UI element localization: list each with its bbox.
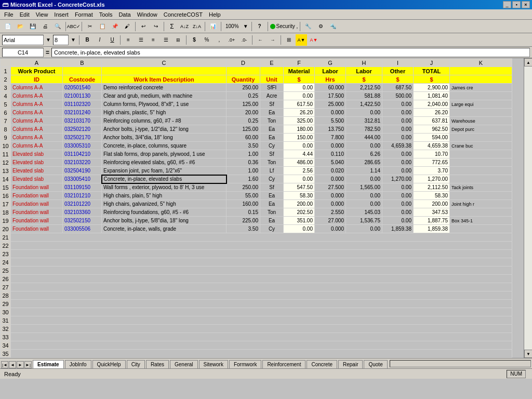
cell-g16[interactable]: 0.000 — [315, 192, 346, 200]
empty-row-29[interactable] — [11, 300, 512, 308]
cell-c19[interactable]: Anchor bolts, j-type, 5/8"dia, 18" long — [102, 217, 227, 225]
col-header-f[interactable]: F — [284, 59, 315, 67]
cell-f10[interactable]: 0.00 — [284, 142, 315, 150]
cell-a5[interactable]: Columns A-A — [11, 100, 63, 109]
cell-a3[interactable]: Columns A-A — [11, 84, 63, 92]
cell-j6[interactable]: 26.20 — [414, 109, 450, 117]
cell-h11[interactable]: 6.26 — [346, 150, 382, 158]
cell-j3[interactable]: 2,900.00 — [414, 84, 450, 92]
align-left-button[interactable]: ≡ — [123, 34, 134, 46]
cell-i19[interactable]: 0.00 — [382, 217, 414, 225]
cell-d12[interactable]: 0.36 — [227, 158, 260, 167]
cell-f12[interactable]: 486.00 — [284, 158, 315, 167]
cell-f4[interactable]: 0.00 — [284, 92, 315, 100]
percent-button[interactable]: % — [201, 34, 212, 46]
font-color-button[interactable]: A▼ — [308, 34, 320, 46]
cell-d13[interactable]: 1.00 — [227, 167, 260, 175]
cell-d14[interactable]: 1.60 — [227, 175, 260, 183]
cell-j20[interactable]: 1,859.38 — [414, 225, 450, 233]
cell-k4[interactable] — [450, 92, 512, 100]
cell-h20[interactable]: 0.00 — [346, 225, 382, 233]
col-header-k[interactable]: K — [450, 59, 512, 67]
col-header-b[interactable]: B — [63, 59, 102, 67]
row-num-2[interactable]: 2 — [1, 75, 11, 84]
cell-k14[interactable] — [450, 175, 512, 183]
cell-h12[interactable]: 286.65 — [346, 158, 382, 167]
tab-general[interactable]: General — [170, 360, 198, 368]
cell-b18[interactable]: 032103360 — [63, 208, 102, 217]
cell-g4[interactable]: 17.500 — [315, 92, 346, 100]
row-num-35[interactable]: 35 — [1, 350, 11, 358]
cell-e9[interactable]: Ea — [260, 134, 284, 142]
empty-row-23[interactable] — [11, 250, 512, 258]
empty-row-31[interactable] — [11, 316, 512, 325]
cell-f16[interactable]: 58.30 — [284, 192, 315, 200]
cell-f20[interactable]: 0.00 — [284, 225, 315, 233]
cell-h4[interactable]: 581.88 — [346, 92, 382, 100]
cell-c7[interactable]: Reinforcing columns, g60, #7 - #8 — [102, 117, 227, 125]
cell-c13[interactable]: Expansion joint, pvc foam, 1/2"x6" — [102, 167, 227, 175]
empty-row-25[interactable] — [11, 267, 512, 275]
menu-view[interactable]: View — [33, 10, 51, 19]
cell-h2[interactable]: $ — [346, 75, 382, 84]
paste-button[interactable]: 📌 — [109, 21, 121, 32]
cell-k5[interactable]: Large equi — [450, 100, 512, 109]
cell-k18[interactable] — [450, 208, 512, 217]
cell-k19[interactable]: Box 345-1 — [450, 217, 512, 225]
cell-e1[interactable] — [260, 67, 284, 75]
menu-insert[interactable]: Insert — [51, 10, 72, 19]
cell-b11[interactable]: 031104210 — [63, 150, 102, 158]
align-justify-button[interactable]: ☰ — [160, 34, 171, 46]
cell-k20[interactable] — [450, 225, 512, 233]
copy-button[interactable]: 📋 — [97, 21, 108, 32]
tab-scroll-last[interactable]: ►| — [24, 361, 32, 368]
row-num-15[interactable]: 15 — [1, 183, 11, 192]
autosum-button[interactable]: Σ — [166, 21, 178, 32]
italic-button[interactable]: I — [94, 34, 105, 46]
cell-c9[interactable]: Anchor bolts, 3/4"dia, 18" long — [102, 134, 227, 142]
row-num-9[interactable]: 9 — [1, 134, 11, 142]
cell-b3[interactable]: 020501540 — [63, 84, 102, 92]
empty-row-32[interactable] — [11, 325, 512, 333]
print-button[interactable]: 🖨 — [39, 21, 51, 32]
cell-a13[interactable]: Elevated slab — [11, 167, 63, 175]
cell-g11[interactable]: 0.110 — [315, 150, 346, 158]
cell-g2[interactable]: Hrs — [315, 75, 346, 84]
cell-b15[interactable]: 031109150 — [63, 183, 102, 192]
cell-c17[interactable]: High chairs, galvanized, 5" high — [102, 200, 227, 208]
cell-k13[interactable] — [450, 167, 512, 175]
cell-h8[interactable]: 782.50 — [346, 125, 382, 134]
cell-i9[interactable]: 0.00 — [382, 134, 414, 142]
cell-f13[interactable]: 2.56 — [284, 167, 315, 175]
row-num-29[interactable]: 29 — [1, 300, 11, 308]
empty-row-28[interactable] — [11, 291, 512, 300]
cell-j4[interactable]: 1,081.40 — [414, 92, 450, 100]
row-num-31[interactable]: 31 — [1, 316, 11, 325]
tools-button-1[interactable]: 🔧 — [302, 21, 314, 32]
cell-g12[interactable]: 5.040 — [315, 158, 346, 167]
indent-decrease-button[interactable]: ← — [255, 34, 266, 46]
cell-i8[interactable]: 0.00 — [382, 125, 414, 134]
cell-g5[interactable]: 25.000 — [315, 100, 346, 109]
cell-c3[interactable]: Demo reinforced concrete — [102, 84, 227, 92]
cell-j7[interactable]: 637.81 — [414, 117, 450, 125]
format-painter-button[interactable]: 🖌 — [122, 21, 133, 32]
row-num-24[interactable]: 24 — [1, 258, 11, 267]
col-header-e[interactable]: E — [260, 59, 284, 67]
horizontal-scrollbar[interactable] — [390, 360, 531, 367]
cell-f11[interactable]: 4.44 — [284, 150, 315, 158]
row-num-23[interactable]: 23 — [1, 250, 11, 258]
tab-city[interactable]: City — [127, 360, 145, 368]
cell-c12[interactable]: Reinforcing elevated slabs, g60, #5 - #6 — [102, 158, 227, 167]
cell-g14[interactable]: 0.000 — [315, 175, 346, 183]
tools-button-3[interactable]: 🔩 — [327, 21, 339, 32]
cell-k16[interactable] — [450, 192, 512, 200]
cell-e11[interactable]: Sf — [260, 150, 284, 158]
row-num-33[interactable]: 33 — [1, 333, 11, 341]
cell-k1[interactable] — [450, 67, 512, 75]
cell-i10[interactable]: 4,659.38 — [382, 142, 414, 150]
border-button[interactable]: ⊞ — [283, 34, 295, 46]
cell-j16[interactable]: 58.30 — [414, 192, 450, 200]
cell-g17[interactable]: 0.000 — [315, 200, 346, 208]
cell-c16[interactable]: High chairs, plain, 5" high — [102, 192, 227, 200]
